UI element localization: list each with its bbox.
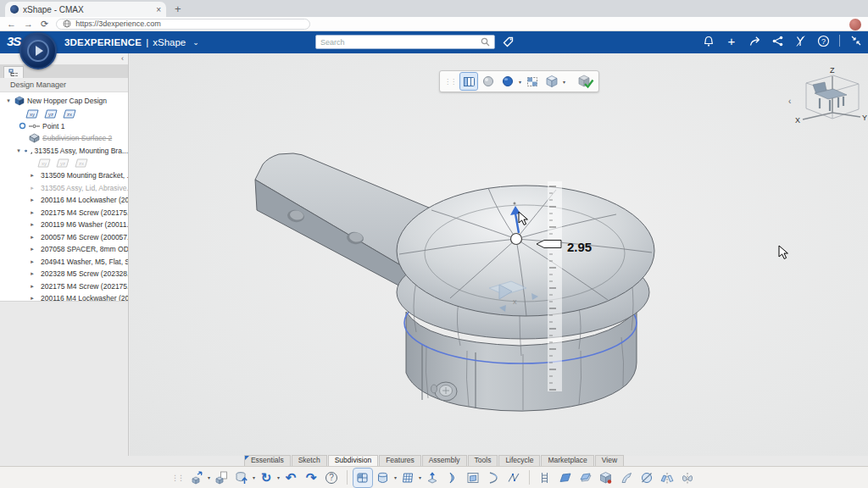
dropdown-caret-icon[interactable]: ▾ [208,474,210,480]
part-row[interactable]: ▸202328 M5 Screw (202328... [0,268,128,280]
help-icon[interactable]: ? [322,469,341,487]
crease-icon[interactable] [484,469,503,487]
plane-xy-icon[interactable]: xy [25,109,39,119]
close-tab-icon[interactable]: × [156,5,161,14]
box-mode-icon[interactable] [460,73,477,90]
tab-assembly[interactable]: Assembly [422,455,467,466]
tab-tools[interactable]: Tools [468,455,498,466]
redo-icon[interactable]: ↷ [302,469,320,487]
validate-icon[interactable] [577,73,594,90]
collapse-expander-icon[interactable]: ▾ [5,97,12,104]
grid-primitive-icon[interactable] [398,469,417,487]
import-part-icon[interactable] [212,469,231,487]
expander-icon[interactable]: ▸ [29,209,36,216]
dropdown-caret-icon[interactable]: ▾ [519,79,521,85]
help-icon[interactable]: ? [816,34,830,47]
part-row[interactable]: ▸200119 M6 Washer (20011... [0,219,128,231]
part-row[interactable]: ▸313509 Mounting Bracket, ... [0,169,128,182]
tag-icon[interactable] [502,36,515,48]
tab-essentials[interactable]: Essentials [244,455,291,466]
tab-view[interactable]: View [595,455,624,466]
tree-root-row[interactable]: ▾ New Hopper Cap Design [0,95,128,108]
browser-tab[interactable]: xShape - CMAX × [5,2,166,17]
tree-tab[interactable] [3,66,24,78]
flex-icon[interactable] [617,469,636,487]
toolbar-drag-handle-icon[interactable]: ⋮⋮ [171,474,183,482]
dropdown-caret-icon[interactable]: ▾ [277,474,280,480]
shaded-sphere-icon[interactable] [480,73,497,90]
material-icon[interactable] [499,73,516,90]
extrude-icon[interactable] [423,469,442,487]
collapse-expander-icon[interactable]: ▾ [15,147,22,154]
panel-collapse-icon[interactable]: ‹ [121,54,124,63]
bell-icon[interactable] [702,34,715,47]
expander-icon[interactable]: ▸ [29,197,36,203]
tab-lifecycle[interactable]: Lifecycle [498,455,540,466]
subdivide-icon[interactable] [597,469,615,487]
tab-marketplace[interactable]: Marketplace [541,455,593,466]
plane-yz-icon[interactable]: yz [44,109,58,119]
tab-features[interactable]: Features [379,455,421,466]
tab-subdivision[interactable]: Subdivision [328,455,378,466]
part-row[interactable]: ▸204941 Washer, M5, Flat, S... [0,256,128,269]
dropdown-caret-icon[interactable]: ▾ [419,474,421,480]
symmetry-check-icon[interactable] [524,73,541,90]
thicken-icon[interactable] [576,469,595,487]
brand[interactable]: 3DEXPERIENCE | xShape ⌄ [64,37,199,47]
3dcompass-icon[interactable] [19,32,57,69]
cylinder-primitive-icon[interactable] [374,469,392,487]
expander-icon[interactable]: ▸ [29,246,36,252]
dropdown-caret-icon[interactable]: ▾ [394,474,397,480]
expander-icon[interactable]: ▸ [29,221,36,228]
tree-point-row[interactable]: Point 1 [0,120,128,133]
sync-icon[interactable]: ↻ [257,469,275,487]
tree-assembly-row[interactable]: ▾ 313515 Assy, Mounting Bra... [0,145,128,158]
share-part-icon[interactable] [187,469,206,487]
part-row[interactable]: ▸313505 Assy, Lid, Abrasive... [0,182,128,195]
save-db-icon[interactable] [232,469,251,487]
part-row[interactable]: ▸200057 M6 Screw (200057... [0,231,128,244]
plane-yz-icon[interactable]: yz [56,158,70,168]
reload-button[interactable]: ⟳ [41,19,48,29]
mirror-icon[interactable] [658,469,676,487]
rail-icon[interactable] [536,469,554,487]
back-button[interactable]: ← [7,19,16,29]
nav-collapse-icon[interactable]: ‹ [788,97,791,106]
dropdown-caret-icon[interactable]: ▾ [253,474,255,480]
browser-avatar[interactable] [849,19,861,30]
part-row[interactable]: ▸202175 M4 Screw (202175... [0,207,128,219]
expander-icon[interactable]: ▸ [29,185,36,191]
loop-icon[interactable] [504,469,523,487]
tools-icon[interactable] [793,34,807,47]
drag-handle-icon[interactable]: ⋮⋮ [444,78,456,86]
box-primitive-icon[interactable] [353,469,372,487]
share-icon[interactable] [748,34,761,47]
expander-icon[interactable]: ▸ [29,283,36,290]
3d-viewport[interactable]: x 2.95 [130,53,868,456]
bend-icon[interactable] [443,469,462,487]
plane-zx-icon[interactable]: zx [63,109,76,119]
expander-icon[interactable]: ▸ [29,295,36,302]
expander-icon[interactable]: ▸ [29,234,36,241]
surface-icon[interactable] [556,469,575,487]
minimize-icon[interactable] [849,34,863,47]
search-box[interactable] [315,35,495,49]
plane-xy-icon[interactable]: xy [37,158,51,168]
part-row[interactable]: ▸202175 M4 Screw (202175... [0,280,128,293]
search-icon[interactable] [481,37,490,47]
trim-icon[interactable] [637,469,656,487]
new-tab-button[interactable]: + [175,3,181,17]
dropdown-caret-icon[interactable]: ▾ [563,79,565,85]
chevron-down-icon[interactable]: ⌄ [192,38,199,47]
tab-sketch[interactable]: Sketch [292,455,327,466]
view-cube-icon[interactable] [543,73,560,90]
url-bar[interactable]: https://3dexperience.com [56,19,310,30]
part-row[interactable]: ▸200116 M4 Lockwasher (20... [0,292,128,302]
collaborate-icon[interactable] [771,34,784,47]
part-row[interactable]: ▸200116 M4 Lockwasher (20... [0,194,128,207]
expander-icon[interactable]: ▸ [29,258,36,265]
3ds-logo[interactable]: 3S [7,34,20,48]
undo-icon[interactable]: ↶ [281,469,300,487]
part-row[interactable]: ▸207058 SPACER, 8mm OD... [0,243,128,256]
add-icon[interactable]: + [725,34,738,47]
